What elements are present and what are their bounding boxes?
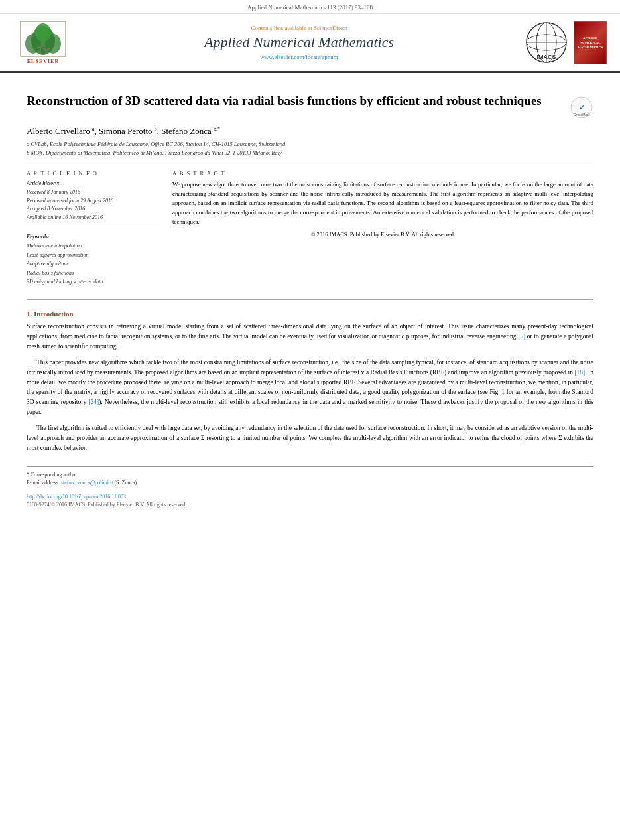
sciencedirect-prefix: Contents lists available at [251,25,314,31]
email-label: E-mail address: [27,480,61,486]
section1-para2: This paper provides new algorithms which… [27,358,593,418]
main-content: Reconstruction of 3D scattered data via … [0,73,620,518]
body-content: 1. Introduction Surface reconstruction c… [27,310,593,453]
section1-para1: Surface reconstruction consists in retri… [27,322,593,352]
footnote-area: * Corresponding author. E-mail address: … [27,466,593,487]
page: Applied Numerical Mathematics 113 (2017)… [0,0,620,840]
keyword-1: Multivariate interpolation [27,242,159,251]
right-logos: IMACS APPLIEDNUMERICALMATHEMATICS [525,21,607,64]
sciencedirect-link[interactable]: ScienceDirect [314,25,347,31]
elsevier-label: ELSEVIER [27,58,59,64]
abstract-column: A B S T R A C T We propose new algorithm… [172,170,593,292]
divider-2 [27,228,159,228]
crossmark-icon: ✓ CrossMark [570,96,593,119]
journal-cover: APPLIEDNUMERICALMATHEMATICS [574,21,607,64]
keyword-4: Radial basis functions [27,269,159,278]
journal-url[interactable]: www.elsevier.com/locate/apnum [80,54,519,60]
accepted-date: Accepted 8 November 2016 [27,205,159,214]
authors: Alberto Crivellaro a, Simona Perotto b, … [27,126,593,137]
keyword-2: Least-squares approximation [27,251,159,260]
article-title-section: Reconstruction of 3D scattered data via … [27,93,593,119]
ref-5: [5] [518,333,525,340]
svg-point-4 [35,23,51,42]
abstract-text: We propose new algorithms to overcome tw… [172,180,593,227]
citation-text: Applied Numerical Mathematics 113 (2017)… [247,4,373,11]
journal-header: ELSEVIER Contents lists available at Sci… [0,14,620,73]
svg-text:IMACS: IMACS [537,54,556,60]
keywords-label: Keywords: [27,234,159,240]
received-date: Received 8 January 2016 [27,188,159,197]
footer-doi: http://dx.doi.org/10.1016/j.apnum.2016.1… [27,492,593,500]
affiliation-a: a CVLab, École Polytechnique Fédérale de… [27,140,593,149]
footnote-corresponding: * Corresponding author. [27,471,593,479]
ref-24: [24] [88,399,99,405]
keyword-5: 3D noisy and lacking scattered data [27,277,159,287]
corresponding-text: * Corresponding author. [27,472,78,478]
revised-date: Received in revised form 29 August 2016 [27,197,159,206]
svg-text:✓: ✓ [579,104,585,111]
cover-text: APPLIEDNUMERICALMATHEMATICS [578,36,603,50]
divider-1 [27,163,593,163]
history-dates: Received 8 January 2016 Received in revi… [27,188,159,222]
available-date: Available online 16 November 2016 [27,214,159,222]
section1-title: 1. Introduction [27,310,593,318]
elsevier-tree-icon [20,21,66,57]
keyword-3: Adaptive algorithm [27,259,159,269]
doi-link[interactable]: http://dx.doi.org/10.1016/j.apnum.2016.1… [27,494,126,500]
abstract-copyright: © 2016 IMACS. Published by Elsevier B.V.… [172,231,593,238]
journal-center: Contents lists available at ScienceDirec… [80,25,519,60]
divider-3 [27,299,593,300]
journal-title: Applied Numerical Mathematics [80,34,519,51]
imacs-logo-icon: IMACS [525,21,568,64]
history-label: Article history: [27,180,159,186]
footer-issn: 0168-9274/© 2016 IMACS. Published by Els… [27,502,593,508]
article-title: Reconstruction of 3D scattered data via … [27,93,564,109]
info-abstract-columns: A R T I C L E I N F O Article history: R… [27,170,593,292]
article-info-column: A R T I C L E I N F O Article history: R… [27,170,159,292]
article-info-heading: A R T I C L E I N F O [27,170,159,176]
sciencedirect-line: Contents lists available at ScienceDirec… [80,25,519,31]
elsevier-logo: ELSEVIER [13,21,73,64]
affiliations: a CVLab, École Polytechnique Fédérale de… [27,140,593,157]
affiliation-b: b MOX, Dipartimento di Matematica, Polit… [27,149,593,157]
ref-18: [18] [574,369,585,376]
article-history-block: Article history: Received 8 January 2016… [27,180,159,222]
email-link[interactable]: stefano.zonca@polimi.it [61,480,113,486]
svg-text:CrossMark: CrossMark [574,113,590,117]
section1-para3: The first algorithm is suited to efficie… [27,423,593,454]
abstract-heading: A B S T R A C T [172,170,593,176]
journal-citation: Applied Numerical Mathematics 113 (2017)… [0,0,620,14]
keywords-block: Keywords: Multivariate interpolation Lea… [27,234,159,287]
footnote-email: E-mail address: stefano.zonca@polimi.it … [27,479,593,487]
email-suffix: (S. Zonca). [113,480,138,486]
